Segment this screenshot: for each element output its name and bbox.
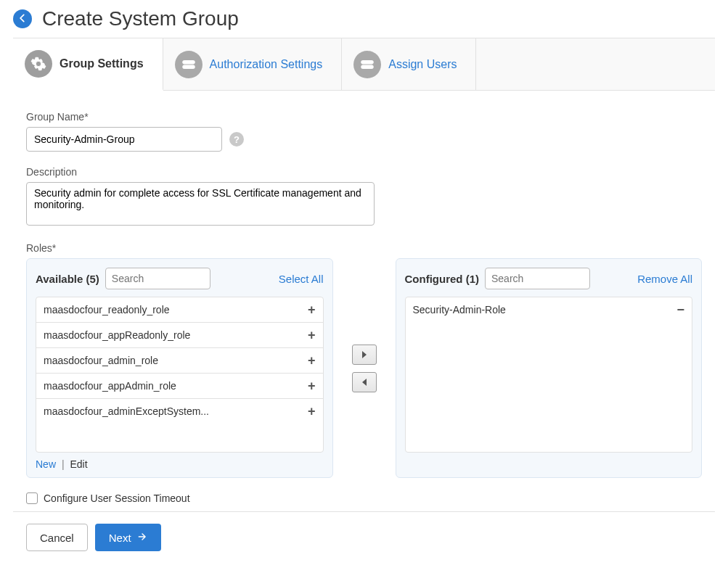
add-icon[interactable]: + xyxy=(308,329,316,342)
role-name: Security-Admin-Role xyxy=(413,304,506,316)
server-icon xyxy=(175,51,203,78)
session-timeout-label: Configure User Session Timeout xyxy=(44,492,190,504)
cancel-button[interactable]: Cancel xyxy=(26,524,88,551)
list-item[interactable]: maasdocfour_admin_role + xyxy=(36,348,323,374)
tab-label: Authorization Settings xyxy=(210,58,323,71)
configured-search-input[interactable] xyxy=(485,268,590,289)
available-roles-panel: Available (5) Select All maasdocfour_rea… xyxy=(26,258,333,478)
next-button[interactable]: Next xyxy=(95,524,161,551)
description-input[interactable]: Security admin for complete access for S… xyxy=(26,182,375,226)
tab-label: Group Settings xyxy=(60,57,144,70)
page-title: Create System Group xyxy=(42,7,239,30)
gear-icon xyxy=(25,50,52,78)
transfer-buttons xyxy=(352,258,377,478)
role-name: maasdocfour_admin_role xyxy=(44,355,158,366)
available-list: maasdocfour_readonly_role + maasdocfour_… xyxy=(36,297,324,453)
back-arrow-icon xyxy=(17,13,28,25)
svg-rect-0 xyxy=(182,60,195,64)
available-search-input[interactable] xyxy=(105,268,210,289)
tab-label: Assign Users xyxy=(388,58,457,71)
list-item[interactable]: maasdocfour_appReadonly_role + xyxy=(36,323,323,348)
remove-icon[interactable]: − xyxy=(676,303,684,316)
select-all-link[interactable]: Select All xyxy=(279,273,324,285)
description-label: Description xyxy=(26,166,702,178)
edit-role-text: Edit xyxy=(70,458,87,470)
tab-assign-users[interactable]: Assign Users xyxy=(342,38,476,90)
add-icon[interactable]: + xyxy=(308,379,316,392)
add-icon[interactable]: + xyxy=(308,354,316,367)
new-role-link[interactable]: New xyxy=(36,458,56,470)
remove-all-link[interactable]: Remove All xyxy=(637,273,692,285)
configured-title: Configured (1) xyxy=(405,273,480,285)
roles-label: Roles* xyxy=(26,242,702,254)
list-item[interactable]: Security-Admin-Role − xyxy=(406,297,692,322)
svg-rect-2 xyxy=(361,60,374,64)
session-timeout-checkbox[interactable] xyxy=(26,492,38,504)
chevron-right-icon xyxy=(361,349,368,360)
role-name: maasdocfour_adminExceptSystem... xyxy=(44,405,209,417)
server-icon xyxy=(353,51,381,78)
chevron-left-icon xyxy=(361,376,368,388)
tab-bar: Group Settings Authorization Settings As… xyxy=(13,38,715,91)
separator: | xyxy=(62,458,65,470)
configured-list: Security-Admin-Role − xyxy=(405,297,693,453)
list-item[interactable]: maasdocfour_adminExceptSystem... + xyxy=(36,399,323,424)
add-icon[interactable]: + xyxy=(308,303,316,316)
cancel-label: Cancel xyxy=(40,532,74,544)
tab-authorization-settings[interactable]: Authorization Settings xyxy=(163,38,343,90)
help-icon[interactable]: ? xyxy=(229,132,244,147)
configured-roles-panel: Configured (1) Remove All Security-Admin… xyxy=(396,258,703,478)
back-button[interactable] xyxy=(13,9,32,28)
tab-group-settings[interactable]: Group Settings xyxy=(13,38,163,91)
svg-rect-3 xyxy=(361,65,374,68)
role-name: maasdocfour_appAdmin_role xyxy=(44,380,176,392)
arrow-right-icon xyxy=(137,532,147,544)
move-right-button[interactable] xyxy=(352,345,377,365)
next-label: Next xyxy=(109,532,131,544)
group-name-input[interactable] xyxy=(26,127,222,152)
move-left-button[interactable] xyxy=(352,372,377,392)
available-title: Available (5) xyxy=(36,273,99,285)
list-item[interactable]: maasdocfour_readonly_role + xyxy=(36,297,323,323)
group-name-label: Group Name* xyxy=(26,111,702,123)
add-icon[interactable]: + xyxy=(308,405,316,418)
svg-rect-1 xyxy=(182,65,195,68)
role-name: maasdocfour_appReadonly_role xyxy=(44,329,190,341)
list-item[interactable]: maasdocfour_appAdmin_role + xyxy=(36,374,323,399)
role-name: maasdocfour_readonly_role xyxy=(44,304,170,316)
